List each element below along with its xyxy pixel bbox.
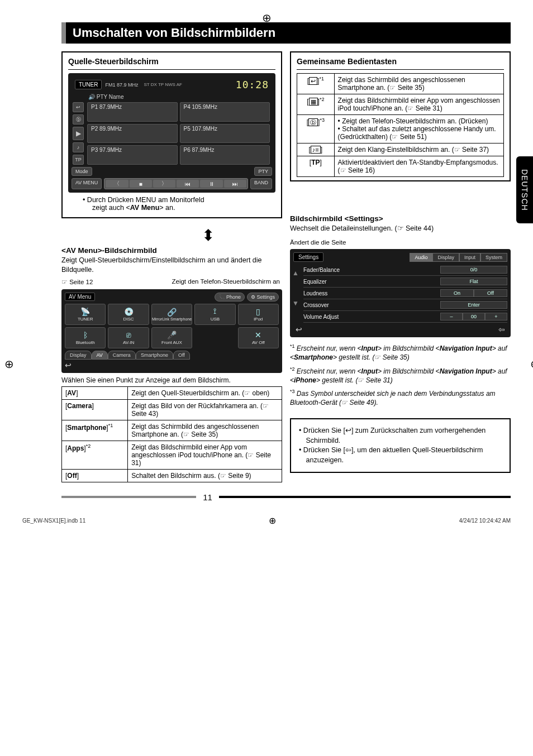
settings-tab-system[interactable]: System (480, 253, 507, 262)
stop-icon[interactable]: ■ (130, 180, 152, 188)
settings-row-label: Equalizer (303, 279, 437, 285)
av-cell-mirrorlink[interactable]: 🔗MirrorLink Smartphone (151, 304, 192, 325)
settings-back-icon[interactable]: ↩ (296, 325, 302, 334)
settings-row-value: Flat (440, 277, 507, 285)
fn1-num: *1 (290, 343, 295, 349)
sound-icon[interactable]: ♪ (73, 142, 84, 152)
common-text-tp: Aktiviert/deaktiviert den TA-Standby-Emp… (334, 156, 503, 177)
volume-plus[interactable]: + (485, 313, 507, 320)
av-cell-avoff[interactable]: ✕AV Off (238, 327, 279, 348)
footer: GE_KW-NSX1[E].indb 11 ⊕ 4/24/12 10:24:42… (0, 513, 533, 532)
settings-tab-input[interactable]: Input (459, 253, 480, 262)
loudness-off[interactable]: Off (474, 289, 507, 297)
mirrorlink-icon: 🔗 (167, 308, 177, 317)
avmenu-desc: Zeigt Quell-Steuerbildschirm/Einstellbil… (61, 256, 282, 275)
skip-back-icon[interactable]: ⏮ (177, 180, 199, 188)
fn1-b1: Input (361, 344, 378, 352)
preset-1[interactable]: P1 87.9MHz (87, 102, 178, 122)
ipod-icon: ▯ (256, 307, 260, 316)
common-icon-bluetooth: [ⓑ]*3 (297, 115, 335, 143)
menu-note-line2b: > an. (159, 204, 175, 212)
tuner-label: TUNER (75, 80, 102, 89)
tuner-pty: 🔊 PTY Name (72, 93, 272, 102)
av-cell-bluetooth[interactable]: ᛒBluetooth (65, 327, 106, 348)
antenna-icon: 📡 (80, 307, 90, 316)
registration-mark-top: ⊕ (262, 11, 272, 25)
table-row: [ⓑ]*3 • Zeigt den Telefon-Steuerbildschi… (297, 115, 504, 143)
avmenu-heading-prefix: <AV Menu> (61, 246, 102, 255)
pause-icon[interactable]: ⏸ (200, 180, 222, 188)
def-key-off: [Off] (62, 469, 128, 482)
smartphone-icon[interactable]: ↩ (73, 102, 84, 112)
avmenu-button[interactable]: AV MENU (72, 178, 102, 189)
prev-icon[interactable]: 〈 (106, 180, 128, 188)
pty-button[interactable]: PTY (254, 167, 272, 176)
skip-fwd-icon[interactable]: ⏭ (224, 180, 246, 188)
settings-row-eq[interactable]: Equalizer Flat (303, 276, 507, 288)
table-row: [♪≡] Zeigt den Klang-Einstellbildschirm … (297, 143, 504, 156)
band-button[interactable]: BAND (250, 178, 272, 189)
av-cell-ipod-label: iPod (254, 317, 263, 322)
tab-camera[interactable]: Camera (108, 351, 136, 360)
preset-5[interactable]: P5 107.9MHz (180, 124, 270, 143)
settings-row-fader[interactable]: Fader/Balance 0/0 (303, 264, 507, 276)
settings-row-volume[interactable]: Volume Adjust – 00 + (303, 311, 507, 323)
def-key-apps: [Apps]*2 (62, 441, 128, 469)
preset-2[interactable]: P2 89.9MHz (87, 124, 178, 143)
def-val-off: Schaltet den Bildschirm aus. (☞ Seite 9) (128, 469, 282, 482)
footer-right: 4/24/12 10:24:42 AM (459, 518, 511, 524)
settings-row-loudness[interactable]: Loudness On Off (303, 288, 507, 299)
av-cell-usb[interactable]: ⟟USB (194, 304, 235, 325)
aux-icon: 🎤 (167, 331, 177, 339)
av-cell-frontaux[interactable]: 🎤Front AUX (151, 327, 192, 348)
settings-home-icon[interactable]: ⇦ (498, 325, 505, 334)
page-up-icon[interactable]: ▲ (292, 269, 299, 277)
next-icon[interactable]: 〉 (153, 180, 175, 188)
def-val-camera: Zeigt das Bild von der Rückfahrkamera an… (128, 399, 282, 420)
usb-icon: ⟟ (213, 307, 216, 316)
settings-row-value: Enter (440, 301, 507, 309)
tp-button[interactable]: TP (73, 155, 84, 165)
settings-callout: Ändert die die Seite (290, 239, 511, 246)
tab-off[interactable]: Off (173, 351, 190, 360)
back-icon[interactable]: ↩ (65, 361, 279, 370)
bt-icon: ᛒ (83, 331, 88, 339)
preset-4[interactable]: P4 105.9MHz (180, 102, 270, 122)
def-val-av: Zeigt den Quell-Steuerbildschirm an. (☞ … (128, 386, 282, 399)
settings-row-label: Loudness (303, 290, 437, 296)
common-text-smartphone: Zeigt das Schirmbild des angeschlossenen… (334, 74, 503, 94)
page-down-icon[interactable]: ▼ (292, 299, 299, 307)
tab-av[interactable]: AV (92, 351, 108, 360)
av-menu-label: AV Menu (65, 293, 95, 301)
bluetooth-icon[interactable]: ⓑ (73, 114, 84, 125)
settings-row-label: Volume Adjust (303, 314, 437, 320)
settings-tab-display[interactable]: Display (432, 253, 459, 262)
av-cell-disc[interactable]: 💿DISC (108, 304, 149, 325)
fn1-b2: Navigation Input (440, 344, 492, 352)
settings-row-crossover[interactable]: Crossover Enter (303, 299, 507, 311)
common-icon-smartphone: [↩]*1 (297, 74, 335, 94)
fn2-num: *2 (290, 366, 295, 372)
ref-page-12: ☞ Seite 12 (61, 278, 172, 286)
loudness-on[interactable]: On (440, 289, 474, 297)
av-cell-ipod[interactable]: ▯iPod (238, 304, 279, 325)
fn2-post: > gestellt ist. (☞ Seite 31) (316, 376, 393, 384)
menu-note: • Durch Drücken MENU am Monitorfeld zeig… (68, 196, 275, 212)
av-cell-avin-label: AV-IN (123, 340, 134, 345)
av-cell-tuner[interactable]: 📡TUNER (65, 304, 106, 325)
play-icon[interactable]: ▶ (73, 127, 84, 140)
preset-6[interactable]: P6 87.9MHz (180, 145, 270, 165)
preset-3[interactable]: P3 97.9MHz (87, 145, 178, 165)
settings-tab-audio[interactable]: Audio (410, 253, 432, 262)
settings-heading-prefix: Bildschirmbild < (290, 214, 349, 223)
settings-button[interactable]: ⚙ Settings (247, 293, 279, 302)
tab-smartphone[interactable]: Smartphone (136, 351, 173, 360)
volume-minus[interactable]: – (440, 313, 463, 320)
fn1-m1: > im Bildschirmbild < (378, 344, 440, 352)
mode-button[interactable]: Mode (72, 167, 92, 176)
common-buttons-title: Gemeinsame Bedientasten (297, 57, 504, 66)
common-text-apps: Zeigt das Bildschirmbild einer App vom a… (334, 94, 503, 115)
phone-button[interactable]: 📞 Phone (215, 293, 245, 302)
tab-display[interactable]: Display (65, 351, 92, 360)
av-cell-avin[interactable]: ⎚AV-IN (108, 327, 149, 348)
